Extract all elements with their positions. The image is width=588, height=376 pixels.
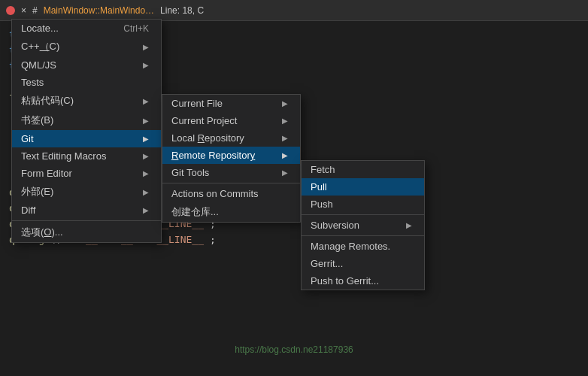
subversion-menu-item[interactable]: Subversion ▶ [302, 217, 424, 234]
file-ref-label: MainWindow::MainWindo… [44, 5, 154, 16]
current-file-menu-item[interactable]: Current File ▶ [162, 95, 300, 112]
locate-menu-item[interactable]: Locate... Ctrl+K [12, 20, 161, 37]
git-menu-item[interactable]: Git ▶ [12, 130, 161, 147]
remote-submenu: Fetch Pull Push Subversion ▶ Manage Remo… [301, 160, 425, 290]
git-tools-menu-item[interactable]: Git Tools ▶ [162, 164, 300, 181]
bookmark-menu-item[interactable]: 书签(B) ▶ [12, 111, 161, 130]
editor-toolbar: × # MainWindow::MainWindo… Line: 18, C [0, 0, 588, 21]
manage-remotes-menu-item[interactable]: Manage Remotes. [302, 238, 424, 255]
local-repository-menu-item[interactable]: Local Repository ▶ [162, 129, 300, 147]
fetch-menu-item[interactable]: Fetch [302, 161, 424, 178]
menu-separator-1 [12, 220, 161, 221]
form-editor-menu-item[interactable]: Form Editor ▶ [12, 165, 161, 182]
main-context-menu: Locate... Ctrl+K C++（C) ▶ QML/JS ▶ Tests… [11, 19, 162, 243]
remote-submenu-separator-2 [302, 235, 424, 236]
close-label: × [21, 5, 26, 16]
hash-label: # [32, 5, 38, 16]
tests-menu-item[interactable]: Tests [12, 74, 161, 91]
actions-on-commits-menu-item[interactable]: Actions on Commits [162, 185, 300, 202]
push-to-gerrit-menu-item[interactable]: Push to Gerrit... [302, 272, 424, 290]
line-info-label: Line: 18, C [160, 5, 204, 16]
git-submenu: Current File ▶ Current Project ▶ Local R… [162, 94, 301, 223]
diff-menu-item[interactable]: Diff ▶ [12, 202, 161, 219]
remote-repository-menu-item[interactable]: Remote Repository ▶ [162, 147, 300, 164]
pull-menu-item[interactable]: Pull [302, 178, 424, 196]
text-editing-macros-menu-item[interactable]: Text Editing Macros ▶ [12, 147, 161, 165]
paste-code-menu-item[interactable]: 粘贴代码(C) ▶ [12, 91, 161, 111]
gerrit-menu-item[interactable]: Gerrit... [302, 255, 424, 272]
remote-submenu-separator-1 [302, 214, 424, 215]
qmljs-menu-item[interactable]: QML/JS ▶ [12, 56, 161, 74]
current-project-menu-item[interactable]: Current Project ▶ [162, 112, 300, 129]
git-submenu-separator [162, 183, 300, 183]
options-menu-item[interactable]: 选项(O)... [12, 223, 161, 242]
create-repo-menu-item[interactable]: 创建仓库... [162, 202, 300, 222]
close-button-icon[interactable] [6, 6, 15, 15]
external-menu-item[interactable]: 外部(E) ▶ [12, 182, 161, 202]
push-menu-item[interactable]: Push [302, 196, 424, 213]
cpp-menu-item[interactable]: C++（C) ▶ [12, 37, 161, 56]
